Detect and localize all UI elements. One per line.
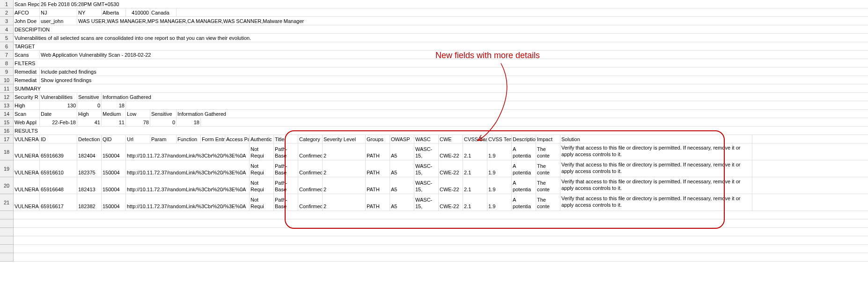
cell[interactable]: Vulnerabilities of all selected scans ar… bbox=[14, 34, 388, 42]
cell[interactable]: Not Requi bbox=[250, 160, 274, 177]
cell[interactable]: Alberta bbox=[102, 8, 126, 16]
row-header[interactable]: 11 bbox=[0, 84, 13, 93]
cell[interactable]: 65916639 bbox=[40, 143, 77, 160]
cell[interactable]: The conte bbox=[536, 177, 560, 194]
cell[interactable]: VULNERAI bbox=[14, 135, 40, 143]
cell[interactable]: FILTERS bbox=[14, 59, 388, 67]
cell[interactable]: PATH bbox=[366, 194, 390, 211]
cell[interactable]: WASC bbox=[414, 135, 439, 143]
cell[interactable]: AFCO bbox=[14, 8, 40, 16]
cell[interactable]: Not Requi bbox=[250, 177, 274, 194]
cell[interactable]: Include patched findings bbox=[40, 68, 227, 75]
cell[interactable]: Verify that access to this file or direc… bbox=[560, 177, 752, 194]
row-header[interactable]: 1 bbox=[0, 0, 13, 8]
cell[interactable]: Scans bbox=[14, 51, 40, 59]
cell[interactable]: Form Entr bbox=[201, 135, 225, 143]
cell[interactable]: Confirmed bbox=[298, 177, 323, 194]
cell[interactable]: 2 bbox=[323, 194, 366, 211]
cell[interactable]: NJ bbox=[40, 8, 77, 16]
row-header[interactable]: 19 bbox=[0, 160, 13, 177]
row-header[interactable] bbox=[0, 219, 13, 228]
cell[interactable]: 2.1 bbox=[463, 194, 487, 211]
cell[interactable]: Show ignored findings bbox=[40, 76, 227, 84]
cell[interactable]: QID bbox=[102, 135, 126, 143]
cell[interactable]: Url bbox=[126, 135, 150, 143]
cell[interactable]: 78 bbox=[126, 118, 150, 126]
cell[interactable]: 41 bbox=[77, 118, 102, 126]
cell[interactable]: 22-Feb-18 bbox=[40, 118, 77, 126]
cell[interactable]: Verify that access to this file or direc… bbox=[560, 143, 752, 160]
cell[interactable]: 26 Feb 2018 05:28PM GMT+0530 bbox=[40, 0, 227, 8]
cell[interactable]: Authentic bbox=[250, 135, 274, 143]
cell[interactable]: 65916617 bbox=[40, 194, 77, 211]
row-header[interactable]: 15 bbox=[0, 118, 13, 127]
cell[interactable]: Information Gathered bbox=[102, 93, 195, 101]
cell[interactable]: CVSS Base bbox=[463, 135, 487, 143]
row-header[interactable]: 4 bbox=[0, 25, 13, 34]
cell[interactable]: Category bbox=[298, 135, 323, 143]
row-header[interactable]: 20 bbox=[0, 177, 13, 194]
cell[interactable]: Scan bbox=[14, 110, 40, 118]
cell[interactable]: 410000 bbox=[126, 8, 150, 16]
cell[interactable]: 2.1 bbox=[463, 160, 487, 177]
cell[interactable]: Sensitive bbox=[150, 110, 177, 118]
cell[interactable]: 182375 bbox=[77, 160, 102, 177]
cell[interactable]: Impact bbox=[536, 135, 560, 143]
cell[interactable]: WASC-15, bbox=[414, 160, 439, 177]
cell[interactable]: Not Requi bbox=[250, 143, 274, 160]
row-header[interactable]: 14 bbox=[0, 110, 13, 118]
row-header[interactable]: 3 bbox=[0, 17, 13, 25]
cell[interactable]: Verify that access to this file or direc… bbox=[560, 160, 752, 177]
cell[interactable]: Param bbox=[150, 135, 177, 143]
cell[interactable]: 182382 bbox=[77, 194, 102, 211]
cell[interactable]: PATH bbox=[366, 143, 390, 160]
cell[interactable]: 2.1 bbox=[463, 143, 487, 160]
row-header[interactable]: 10 bbox=[0, 76, 13, 84]
row-header[interactable]: 2 bbox=[0, 8, 13, 17]
cell[interactable]: Confirmed bbox=[298, 160, 323, 177]
cell[interactable]: ID bbox=[40, 135, 77, 143]
row-header[interactable]: 9 bbox=[0, 68, 13, 76]
cell[interactable]: 1.9 bbox=[487, 194, 512, 211]
cell[interactable]: Scan Repo bbox=[14, 0, 40, 8]
cell[interactable]: 65916648 bbox=[40, 177, 77, 194]
cell[interactable]: Sensitive bbox=[77, 93, 102, 101]
cell[interactable]: 150004 bbox=[102, 143, 126, 160]
cell[interactable]: A5 bbox=[390, 143, 414, 160]
cell[interactable]: 0 bbox=[77, 101, 102, 109]
cell[interactable]: CWE-22 bbox=[439, 143, 463, 160]
cell[interactable]: A potentia bbox=[512, 143, 536, 160]
row-header[interactable]: 7 bbox=[0, 51, 13, 59]
cell[interactable]: VULNERAI bbox=[14, 177, 40, 194]
cell[interactable]: WASC-15, bbox=[414, 194, 439, 211]
cell[interactable]: 2 bbox=[323, 160, 366, 177]
cell[interactable]: A5 bbox=[390, 160, 414, 177]
cell[interactable]: RESULTS bbox=[14, 127, 388, 135]
cell[interactable]: Function bbox=[177, 135, 201, 143]
row-header[interactable]: 21 bbox=[0, 194, 13, 211]
cell[interactable]: VULNERAI bbox=[14, 143, 40, 160]
cell[interactable]: The conte bbox=[536, 143, 560, 160]
cell[interactable]: http://10.11.72.37/randomLink/%3Cbr%20/%… bbox=[126, 177, 250, 194]
cell[interactable]: A potentia bbox=[512, 160, 536, 177]
cell[interactable]: Path-Base bbox=[274, 194, 298, 211]
cell[interactable]: OWASP bbox=[390, 135, 414, 143]
cell[interactable]: 2.1 bbox=[463, 177, 487, 194]
cell[interactable]: CWE bbox=[439, 135, 463, 143]
cell[interactable]: Path-Base bbox=[274, 143, 298, 160]
cell[interactable]: 65916610 bbox=[40, 160, 77, 177]
cell[interactable]: The conte bbox=[536, 160, 560, 177]
cell[interactable]: 150004 bbox=[102, 177, 126, 194]
cell[interactable]: Title bbox=[274, 135, 298, 143]
row-header[interactable]: 5 bbox=[0, 34, 13, 42]
cell[interactable]: Confirmed bbox=[298, 194, 323, 211]
row-header[interactable]: 18 bbox=[0, 143, 13, 160]
cell[interactable]: TARGET bbox=[14, 42, 388, 50]
cell[interactable]: 182404 bbox=[77, 143, 102, 160]
cell[interactable]: NY bbox=[77, 8, 102, 16]
cell[interactable]: Remediat bbox=[14, 76, 40, 84]
cell[interactable]: http://10.11.72.37/randomLink/%3Cbr%20/%… bbox=[126, 194, 250, 211]
cell[interactable]: VULNERAI bbox=[14, 194, 40, 211]
cell[interactable]: Web Appl bbox=[14, 118, 40, 126]
cell[interactable]: WASC-15, bbox=[414, 143, 439, 160]
